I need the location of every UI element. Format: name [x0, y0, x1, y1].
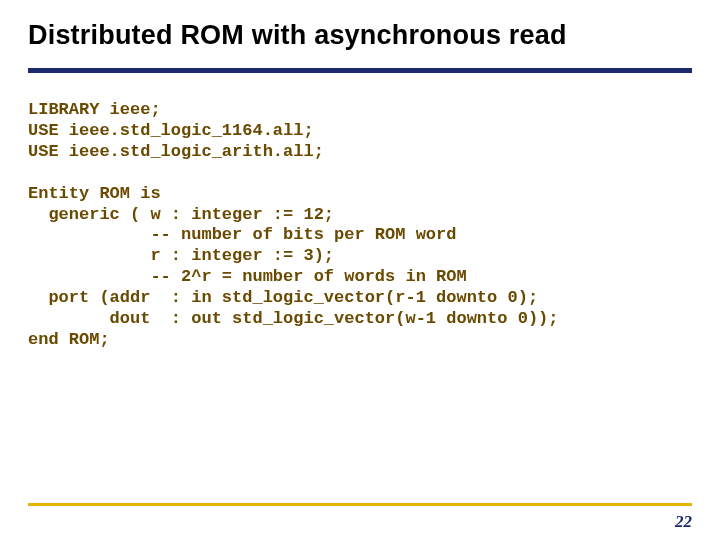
slide-title: Distributed ROM with asynchronous read — [28, 20, 692, 51]
code-block: LIBRARY ieee; USE ieee.std_logic_1164.al… — [28, 100, 692, 351]
page-number: 22 — [675, 512, 692, 532]
footer-divider — [28, 503, 692, 506]
title-divider — [28, 68, 692, 73]
slide: Distributed ROM with asynchronous read L… — [0, 0, 720, 540]
